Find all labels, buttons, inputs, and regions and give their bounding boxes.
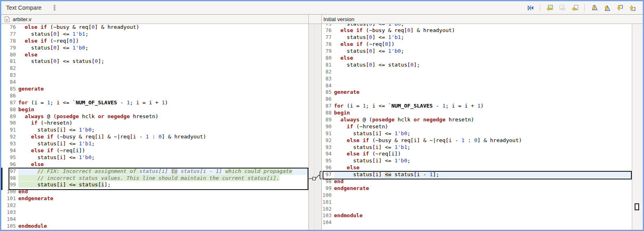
diff-connector[interactable] (309, 24, 322, 230)
code-line-83[interactable]: 83 (322, 76, 632, 82)
overview-ruler[interactable] (632, 24, 643, 230)
code-line-98[interactable]: 98 // incorrect status values. This line… (1, 175, 308, 182)
code-line-97[interactable]: 97 // FIX: Incorrect assignment of statu… (1, 168, 308, 175)
left-code-pane[interactable]: 76 else if (~busy & req[0] & hreadyout)7… (1, 24, 309, 230)
code-line-96[interactable]: 96 else (1, 161, 308, 168)
code-text[interactable]: status[0] <= status[0]; (18, 58, 308, 65)
code-text[interactable]: else if (~busy & req[i] & ~|req[i - 1 : … (18, 134, 308, 140)
code-text[interactable]: status[i] <= status[i]; (18, 181, 308, 188)
code-text[interactable]: else (334, 55, 632, 62)
code-text[interactable]: if (~hresetn) (334, 123, 632, 130)
code-line-80[interactable]: 80 else (1, 52, 308, 58)
code-text[interactable] (334, 219, 632, 226)
code-text[interactable]: always @ (posedge hclk or negedge hreset… (18, 113, 308, 120)
code-line-99[interactable]: 99 status[i] <= status[i]; (1, 181, 308, 188)
code-line-82[interactable]: 82 (1, 65, 308, 72)
code-text[interactable]: status[0] <= 1'b0; (334, 24, 632, 27)
code-line-85[interactable]: 85generate (322, 89, 632, 96)
next-difference-button[interactable] (589, 3, 598, 12)
code-line-84[interactable]: 84 (1, 79, 308, 86)
code-line-100[interactable]: 100 (322, 192, 632, 199)
code-text[interactable]: endgenerate (334, 185, 632, 192)
code-text[interactable]: generate (334, 89, 632, 96)
copy-left-to-right-button[interactable] (558, 3, 567, 12)
code-text[interactable] (334, 76, 632, 82)
diff-overview-marker[interactable] (635, 203, 639, 210)
previous-difference-button[interactable] (602, 3, 611, 12)
code-text[interactable]: // FIX: Incorrect assignment of status[i… (18, 168, 308, 175)
code-line-102[interactable]: 102 (322, 206, 632, 213)
code-text[interactable]: else (18, 52, 308, 58)
code-line-77[interactable]: 77 status[0] <= 1'b1; (1, 31, 308, 38)
code-line-88[interactable]: 88begin (1, 106, 308, 113)
code-line-86[interactable]: 86 (322, 96, 632, 103)
code-text[interactable]: endgenerate (18, 195, 308, 202)
code-line-83[interactable]: 83 (1, 72, 308, 79)
code-text[interactable]: endmodule (334, 212, 632, 219)
code-text[interactable] (18, 93, 308, 99)
code-line-81[interactable]: 81 status[0] <= status[0]; (322, 62, 632, 69)
code-line-93[interactable]: 93 status[i] <= 1'b1; (1, 140, 308, 147)
code-text[interactable]: status[i] <= 1'b0; (334, 158, 632, 164)
code-text[interactable]: status[i] <= 1'b0; (334, 130, 632, 137)
code-text[interactable]: for (i = 1; i <= `NUM_OF_SLAVES - 1; i =… (334, 103, 632, 110)
code-line-85[interactable]: 85generate (1, 86, 308, 93)
code-line-84[interactable]: 84 (322, 82, 632, 89)
code-line-101[interactable]: 101endgenerate (1, 195, 308, 202)
code-line-96[interactable]: 96 else (322, 164, 632, 171)
code-text[interactable] (334, 192, 632, 199)
view-menu-button[interactable] (53, 4, 56, 11)
code-text[interactable]: else if (~req[0]) (18, 38, 308, 45)
code-line-79[interactable]: 79 status[0] <= 1'b0; (322, 48, 632, 55)
code-text[interactable]: else (334, 164, 632, 171)
code-text[interactable]: else (18, 161, 308, 168)
code-text[interactable]: for (i = 1; i <= `NUM_OF_SLAVES - 1; i =… (18, 99, 308, 106)
code-line-88[interactable]: 88begin (322, 110, 632, 117)
code-text[interactable]: status[i] <= 1'b0; (18, 154, 308, 161)
code-text[interactable]: else if (~req[0]) (334, 41, 632, 48)
code-text[interactable]: else if (~req[i]) (18, 147, 308, 154)
code-text[interactable]: end (18, 188, 308, 195)
code-line-94[interactable]: 94 else if (~req[i]) (322, 151, 632, 158)
copy-all-right-to-left-button[interactable] (545, 3, 554, 12)
code-line-82[interactable]: 82 (322, 69, 632, 76)
code-line-90[interactable]: 90 if (~hresetn) (322, 123, 632, 130)
code-text[interactable]: else if (~req[i]) (334, 151, 632, 158)
code-line-104[interactable]: 104 (322, 219, 632, 226)
code-text[interactable]: status[0] <= 1'b0; (18, 45, 308, 52)
code-line-101[interactable]: 101 (322, 199, 632, 206)
code-line-76[interactable]: 76 else if (~busy & req[0] & hreadyout) (322, 27, 632, 34)
code-text[interactable]: status[0] <= 1'b1; (18, 31, 308, 38)
previous-change-button[interactable] (627, 3, 636, 12)
code-line-80[interactable]: 80 else (322, 55, 632, 62)
code-text[interactable]: status[i] <= status[i - 1]; (334, 171, 632, 178)
code-line-103[interactable]: 103 (1, 209, 308, 216)
code-line-75[interactable]: 75 status[0] <= 1'b0; (322, 24, 632, 27)
code-text[interactable]: status[i] <= 1'b0; (18, 127, 308, 134)
code-text[interactable]: status[i] <= 1'b1; (18, 140, 308, 147)
code-text[interactable]: // incorrect status values. This line sh… (18, 175, 308, 182)
next-change-button[interactable] (615, 3, 624, 12)
code-text[interactable]: generate (18, 86, 308, 93)
code-line-78[interactable]: 78 else if (~req[0]) (322, 41, 632, 48)
code-text[interactable]: else if (~busy & req[0] & hreadyout) (18, 24, 308, 31)
code-line-99[interactable]: 99endgenerate (322, 185, 632, 192)
code-text[interactable] (334, 82, 632, 89)
code-line-92[interactable]: 92 else if (~busy & req[i] & ~|req[i - 1… (1, 134, 308, 140)
code-line-95[interactable]: 95 status[i] <= 1'b0; (1, 154, 308, 161)
code-line-100[interactable]: 100end (1, 188, 308, 195)
code-text[interactable] (18, 216, 308, 223)
copy-right-to-left-button[interactable] (570, 3, 579, 12)
code-line-78[interactable]: 78 else if (~req[0]) (1, 38, 308, 45)
code-text[interactable] (334, 96, 632, 103)
code-line-91[interactable]: 91 status[i] <= 1'b0; (1, 127, 308, 134)
code-text[interactable] (18, 79, 308, 86)
code-text[interactable] (18, 209, 308, 216)
right-code-pane[interactable]: 75 status[0] <= 1'b0;76 else if (~busy &… (322, 24, 632, 230)
code-text[interactable] (334, 199, 632, 206)
code-text[interactable]: end (334, 178, 632, 185)
code-line-90[interactable]: 90 if (~hresetn) (1, 120, 308, 127)
code-text[interactable]: else if (~busy & req[i] & ~|req[i - 1 : … (334, 137, 632, 144)
code-text[interactable] (18, 72, 308, 79)
code-line-87[interactable]: 87for (i = 1; i <= `NUM_OF_SLAVES - 1; i… (1, 99, 308, 106)
